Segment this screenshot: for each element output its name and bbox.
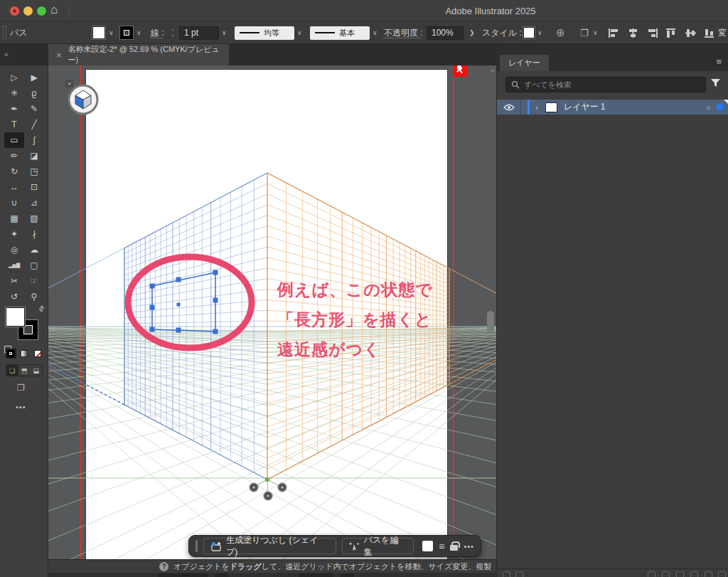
- close-window-button[interactable]: [10, 6, 19, 16]
- pin-icon[interactable]: [453, 65, 467, 77]
- line-segment-tool[interactable]: ╱: [24, 117, 44, 132]
- width-profile-dropdown[interactable]: 均等: [235, 26, 294, 40]
- fill-chevron-icon[interactable]: ∨: [109, 21, 114, 44]
- close-tab-icon[interactable]: ×: [56, 50, 62, 60]
- plane-switcher-widget[interactable]: [68, 84, 99, 115]
- mesh-tool[interactable]: ▦: [4, 211, 24, 226]
- curvature-tool[interactable]: ✎: [24, 101, 44, 117]
- panel-menu-icon[interactable]: ≡: [716, 56, 722, 67]
- rotate-view-tool[interactable]: ↺: [4, 289, 24, 305]
- stroke-weight-value[interactable]: 1 pt: [179, 26, 219, 40]
- magic-wand-tool[interactable]: ✳: [4, 85, 24, 101]
- vertical-scrollbar-thumb[interactable]: [487, 311, 494, 334]
- paintbrush-tool[interactable]: ʃ: [24, 132, 44, 148]
- layer-thumbnail[interactable]: [545, 102, 557, 112]
- width-profile-chevron-icon[interactable]: ∨: [297, 21, 302, 44]
- style-chevron-icon[interactable]: ∨: [537, 21, 542, 44]
- taskbar-properties-icon[interactable]: ≡: [439, 541, 444, 552]
- scale-tool[interactable]: ◳: [24, 164, 44, 179]
- taskbar-drag-handle[interactable]: [196, 540, 198, 552]
- graph-tool[interactable]: ▂▅▇: [4, 258, 24, 273]
- document-tab[interactable]: × 名称未設定-2* @ 52.69 % (CMYK/プレビュー): [48, 44, 229, 65]
- fill-color-well[interactable]: [6, 307, 25, 327]
- gradient-button[interactable]: [19, 349, 30, 359]
- free-transform-tool[interactable]: ⊡: [24, 179, 44, 195]
- stroke-weight-label[interactable]: 線 :: [151, 21, 164, 44]
- align-right-icon[interactable]: [646, 28, 658, 38]
- stroke-weight-chevron-icon[interactable]: ∨: [222, 21, 227, 44]
- zoom-tool[interactable]: ⚲: [24, 289, 44, 305]
- perspective-grid-tool[interactable]: ⊿: [24, 195, 44, 211]
- stroke-weight-stepper[interactable]: ⌃⌄: [171, 29, 175, 36]
- canvas[interactable]: × 例えば、この状態で 「長方形」を描くと 遠近感がつく ⌃: [48, 65, 496, 577]
- zoom-window-button[interactable]: [37, 6, 46, 16]
- symbol-tool[interactable]: ✦: [4, 226, 24, 242]
- none-button[interactable]: [32, 349, 43, 359]
- align-left-icon[interactable]: [608, 28, 620, 38]
- plane-switcher-close-icon[interactable]: ×: [65, 80, 73, 88]
- selection-handle[interactable]: [150, 305, 155, 310]
- draw-normal-mode[interactable]: ❏: [6, 365, 18, 376]
- selection-handle[interactable]: [213, 270, 218, 275]
- home-icon[interactable]: ⌂: [50, 3, 58, 17]
- selection-handle[interactable]: [176, 277, 181, 282]
- swap-fill-stroke-icon[interactable]: ⇄: [36, 304, 46, 314]
- toolbar-more-button[interactable]: •••: [16, 403, 26, 411]
- fill-swatch[interactable]: [92, 26, 105, 39]
- layer-search[interactable]: [505, 77, 706, 92]
- taskbar-fill-swatch[interactable]: [422, 541, 433, 551]
- align-middle-icon[interactable]: [685, 28, 697, 38]
- layer-name[interactable]: レイヤー 1: [564, 101, 707, 113]
- lasso-tool[interactable]: ϱ: [24, 85, 44, 101]
- blend-tool[interactable]: ◎: [4, 242, 24, 258]
- selection-handle[interactable]: [213, 298, 218, 303]
- collapse-panel-icon[interactable]: «: [4, 50, 9, 58]
- shape-builder-tool[interactable]: ∪: [4, 195, 24, 211]
- align-top-icon[interactable]: [665, 28, 678, 38]
- stroke-swatch[interactable]: [120, 26, 133, 39]
- selection-tool[interactable]: ▷: [4, 70, 24, 85]
- tab-layers[interactable]: レイヤー: [500, 55, 549, 71]
- edit-path-button[interactable]: パスを編集: [342, 538, 414, 554]
- draw-behind-mode[interactable]: ⬒: [18, 365, 31, 376]
- eraser-tool[interactable]: ◪: [24, 148, 44, 164]
- stroke-chevron-icon[interactable]: ∨: [136, 21, 141, 44]
- type-tool[interactable]: T: [4, 117, 24, 132]
- generative-fill-button[interactable]: 生成塗りつぶし (シェイプ): [203, 538, 336, 554]
- scroll-up-icon[interactable]: ⌃: [489, 68, 496, 78]
- rotate-tool[interactable]: ↻: [4, 164, 24, 179]
- slice-tool[interactable]: ✂: [4, 273, 24, 289]
- color-button[interactable]: [6, 349, 16, 359]
- selection-handle[interactable]: [150, 327, 155, 332]
- shape-options-icon[interactable]: ❐: [580, 21, 589, 44]
- eyedropper-tool[interactable]: ∤: [24, 226, 44, 242]
- style-swatch[interactable]: [523, 27, 535, 38]
- align-bottom-icon[interactable]: [704, 28, 716, 38]
- artboard-tool[interactable]: ▢: [24, 258, 44, 273]
- selection-handle[interactable]: [150, 284, 155, 289]
- align-center-icon[interactable]: [627, 28, 639, 38]
- pencil-tool[interactable]: ✏: [4, 148, 24, 164]
- gradient-tool[interactable]: ▧: [24, 211, 44, 226]
- search-input[interactable]: [524, 80, 700, 89]
- shape-options-chevron-icon[interactable]: ∨: [593, 21, 598, 44]
- layer-row[interactable]: › レイヤー 1 ○: [497, 100, 728, 115]
- opacity-arrow-icon[interactable]: ❯: [469, 21, 475, 44]
- draw-inside-mode[interactable]: ⬓: [30, 365, 42, 376]
- opacity-value[interactable]: 100%: [427, 26, 464, 40]
- selection-handle[interactable]: [213, 329, 218, 334]
- taskbar-more-icon[interactable]: •••: [464, 542, 474, 551]
- rectangle-tool[interactable]: ▭: [4, 132, 24, 148]
- minimize-window-button[interactable]: [23, 6, 33, 16]
- layer-selection-indicator[interactable]: [717, 104, 723, 110]
- document-setup-icon[interactable]: ⊕: [556, 21, 565, 44]
- direct-selection-tool[interactable]: ▶: [24, 70, 44, 85]
- symbol-sprayer-tool[interactable]: ☁: [24, 242, 44, 258]
- screen-mode-button[interactable]: ❐: [17, 383, 25, 393]
- visibility-eye-icon[interactable]: [503, 104, 515, 111]
- opacity-label[interactable]: 不透明度 :: [384, 21, 423, 44]
- lock-icon[interactable]: [450, 545, 458, 551]
- width-tool[interactable]: ↔: [4, 179, 24, 195]
- layer-target-icon[interactable]: ○: [706, 103, 711, 112]
- hand-tool[interactable]: ☞: [24, 273, 44, 289]
